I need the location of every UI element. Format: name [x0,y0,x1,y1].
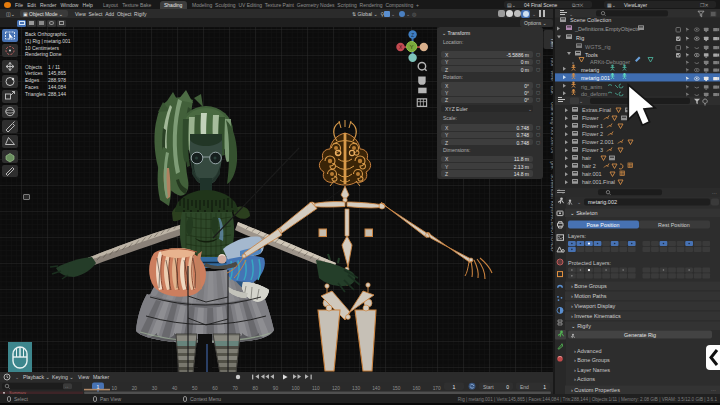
svg-text:110: 110 [312,386,320,391]
svg-text:› Bone Groups: › Bone Groups [571,283,607,289]
svg-text:› Advanced: › Advanced [574,348,602,354]
svg-text:Playback ⌄: Playback ⌄ [23,374,50,380]
svg-text:⌄ Skeleton: ⌄ Skeleton [570,210,598,216]
svg-text:Protected Layers:: Protected Layers: [568,260,612,266]
svg-text:⌄: ⌄ [577,199,581,205]
svg-text:ARKit-Debugger: ARKit-Debugger [590,59,630,65]
svg-text:130: 130 [352,386,360,391]
svg-text:40: 40 [172,386,178,391]
svg-text:Pose Position: Pose Position [587,222,620,228]
svg-text:Rest Position: Rest Position [658,222,690,228]
svg-text:metarig: metarig [581,67,599,73]
svg-text:170: 170 [433,386,441,391]
svg-text:⋯: ⋯ [712,190,717,196]
svg-text:⋯: ⋯ [711,387,716,393]
svg-text:hair: hair [582,155,591,161]
svg-text:60: 60 [212,386,218,391]
svg-text:Keying ⌄: Keying ⌄ [52,374,74,380]
svg-text:90: 90 [273,386,279,391]
svg-text:1: 1 [543,384,546,390]
svg-text:Z: Z [411,33,414,38]
svg-text:Generate Rig: Generate Rig [624,332,656,338]
svg-text:View: View [78,374,89,380]
svg-text:do_deform: do_deform [581,91,608,97]
svg-text:_Definitions.EmptyObjects: _Definitions.EmptyObjects [574,26,640,32]
svg-text:Start: Start [483,384,494,390]
svg-text:hair 2: hair 2 [582,163,596,169]
svg-text:Flower: Flower [582,115,599,121]
svg-text:80: 80 [253,386,259,391]
svg-text:Rig: Rig [576,35,584,41]
svg-text:150: 150 [392,386,400,391]
svg-text:⌄ Rigify: ⌄ Rigify [571,323,591,329]
svg-text:Layers:: Layers: [568,233,587,239]
svg-text:End: End [520,384,529,390]
svg-text:160: 160 [413,386,421,391]
svg-text:› Custom Properties: › Custom Properties [571,387,620,393]
svg-text:0: 0 [506,384,509,390]
svg-text:WGTS_rig: WGTS_rig [585,44,611,50]
svg-text:Scene Collection: Scene Collection [570,17,611,23]
svg-text:70: 70 [232,386,238,391]
svg-text:metarig.001: metarig.001 [581,75,610,81]
svg-text:› Bone Groups: › Bone Groups [574,357,610,363]
svg-text:20: 20 [132,386,138,391]
svg-text:50: 50 [192,386,198,391]
svg-text:Flower 2.001: Flower 2.001 [582,139,614,145]
svg-text:Flower 3: Flower 3 [582,147,603,153]
svg-text:› Viewport Display: › Viewport Display [571,303,615,309]
svg-text:› Motion Paths: › Motion Paths [571,293,607,299]
svg-text:Flower 2: Flower 2 [582,131,603,137]
svg-text:↔: ↔ [65,384,70,389]
svg-text:10: 10 [111,386,117,391]
svg-text:metarig.002: metarig.002 [588,199,617,205]
svg-text:Flower 1: Flower 1 [582,123,603,129]
svg-text:hair.001.Final: hair.001.Final [582,179,615,185]
svg-text:Extras.Final: Extras.Final [582,107,611,113]
svg-text:rig_anim: rig_anim [581,84,603,90]
svg-text:› Actions: › Actions [574,376,595,382]
svg-text:100: 100 [292,386,300,391]
svg-text:› Layer Names: › Layer Names [574,367,610,373]
svg-text:⌄: ⌄ [15,374,19,380]
svg-text:hair.001: hair.001 [582,171,602,177]
svg-text:⌄: ⌄ [579,98,583,104]
svg-text:1: 1 [453,384,456,390]
svg-text:Y: Y [410,44,414,50]
svg-text:140: 140 [372,386,380,391]
svg-text:Marker: Marker [93,374,109,380]
svg-text:120: 120 [332,386,340,391]
svg-text:30: 30 [152,386,158,391]
svg-text:› Inverse Kinematics: › Inverse Kinematics [571,313,621,319]
svg-text:Tools: Tools [585,52,598,58]
